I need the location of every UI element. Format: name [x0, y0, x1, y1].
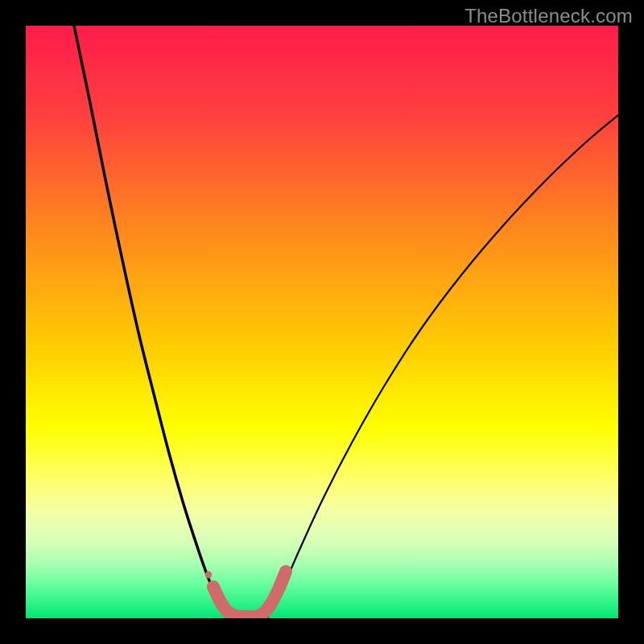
highlight-dot — [205, 572, 213, 579]
chart-svg — [26, 26, 618, 618]
watermark-label: TheBottleneck.com — [464, 5, 633, 27]
plot-area — [26, 26, 618, 618]
chart-frame: TheBottleneck.com — [0, 0, 644, 644]
gradient-background — [26, 26, 618, 618]
